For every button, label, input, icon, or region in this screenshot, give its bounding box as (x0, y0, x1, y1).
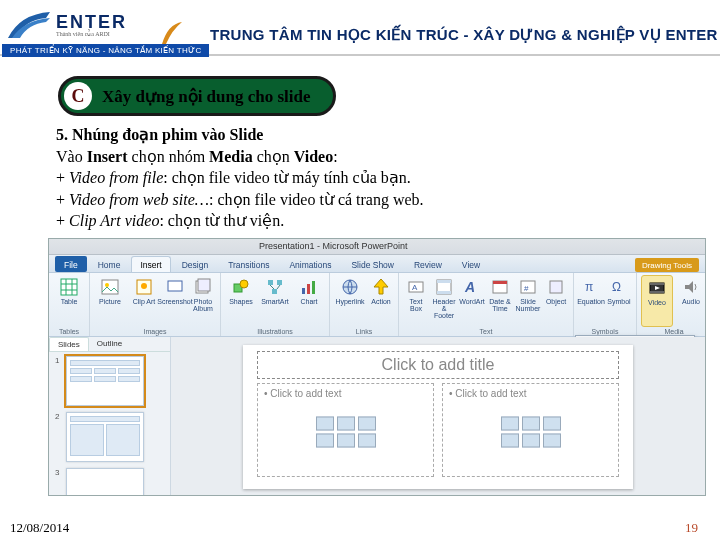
ribbon-group-links: Hyperlink Action Links (330, 273, 399, 336)
lbl: Header & Footer (431, 298, 457, 319)
btn-slidenumber[interactable]: #Slide Number (515, 275, 541, 327)
smartart-icon (265, 277, 285, 297)
equation-icon: π (581, 277, 601, 297)
btn-picture[interactable]: Picture (94, 275, 126, 327)
logo-block: ENTER Thành viên của ARDI (6, 2, 166, 50)
svg-rect-16 (272, 289, 277, 294)
btn-headerfooter[interactable]: Header & Footer (431, 275, 457, 327)
content-placeholder-left[interactable]: • Click to add text (257, 383, 434, 477)
t-video: Video (294, 148, 333, 165)
tab-review[interactable]: Review (405, 256, 451, 272)
lbl: Photo Album (190, 298, 216, 312)
btn-wordart[interactable]: AWordArt (459, 275, 485, 327)
ph-text: Click to add text (270, 388, 341, 399)
svg-text:A: A (464, 279, 475, 295)
tab-view[interactable]: View (453, 256, 489, 272)
btn-symbol[interactable]: ΩSymbol (606, 275, 632, 327)
title-placeholder[interactable]: Click to add title (257, 351, 619, 379)
btn-action[interactable]: Action (368, 275, 394, 327)
picture-icon (100, 277, 120, 297)
screenshot-icon (165, 277, 185, 297)
lbl: Picture (99, 298, 121, 305)
thumb-3[interactable]: 3 (55, 468, 164, 496)
section-pill: C Xây dựng nội dung cho slide (58, 76, 336, 116)
btn-screenshot[interactable]: Screenshot (162, 275, 188, 327)
lbl: Video (648, 299, 666, 306)
action-icon (371, 277, 391, 297)
thumb-2[interactable]: 2 (55, 412, 164, 462)
tab-home[interactable]: Home (89, 256, 130, 272)
t-insert: Insert (87, 148, 128, 165)
wordart-icon: A (462, 277, 482, 297)
group-label: Links (334, 327, 394, 336)
tab-animations[interactable]: Animations (280, 256, 340, 272)
btn-object[interactable]: Object (543, 275, 569, 327)
btn-equation[interactable]: πEquation (578, 275, 604, 327)
content-placeholder-right[interactable]: • Click to add text (442, 383, 619, 477)
btn-hyperlink[interactable]: Hyperlink (334, 275, 366, 327)
btn-table[interactable]: Table (53, 275, 85, 327)
t: : (333, 148, 337, 165)
tab-drawing-tools[interactable]: Drawing Tools (635, 258, 699, 272)
tab-slides[interactable]: Slides (49, 337, 89, 351)
svg-text:π: π (585, 280, 593, 294)
svg-rect-11 (198, 279, 210, 291)
t: : chọn file video từ máy tính của bạn. (163, 169, 411, 186)
ribbon-group-illustrations: Shapes SmartArt Chart Illustrations (221, 273, 330, 336)
t: + (56, 212, 69, 229)
t: + (56, 191, 69, 208)
thumbnail-tabs: Slides Outline (49, 337, 170, 352)
ppt-body: Slides Outline 1 2 3 Click to add title … (49, 337, 705, 496)
btn-textbox[interactable]: AText Box (403, 275, 429, 327)
flare-icon (160, 20, 182, 46)
svg-rect-5 (102, 280, 118, 294)
logo-swoosh-icon (6, 8, 52, 44)
t: : chọn từ thư viện. (159, 212, 284, 229)
lbl: SmartArt (261, 298, 289, 305)
thumbnails: 1 2 3 (49, 352, 170, 496)
slidenumber-icon: # (518, 277, 538, 297)
ribbon-group-text: AText Box Header & Footer AWordArt Date … (399, 273, 574, 336)
datetime-icon (490, 277, 510, 297)
slide-canvas[interactable]: Click to add title • Click to add text •… (243, 345, 633, 489)
tab-insert[interactable]: Insert (131, 256, 170, 272)
svg-rect-28 (493, 281, 507, 284)
t: chọn (253, 148, 294, 165)
clipart-icon (134, 277, 154, 297)
tab-design[interactable]: Design (173, 256, 217, 272)
btn-photoalbum[interactable]: Photo Album (190, 275, 216, 327)
hyperlink-icon (340, 277, 360, 297)
tab-outline[interactable]: Outline (89, 337, 130, 351)
btn-chart[interactable]: Chart (293, 275, 325, 327)
t: Vào (56, 148, 87, 165)
t: + (56, 169, 69, 186)
video-icon (647, 278, 667, 298)
svg-text:#: # (524, 284, 529, 293)
tab-slideshow[interactable]: Slide Show (342, 256, 403, 272)
btn-clipart[interactable]: Clip Art (128, 275, 160, 327)
headerfooter-icon (434, 277, 454, 297)
svg-rect-35 (650, 283, 664, 285)
ppt-window-title: Presentation1 - Microsoft PowerPoint (259, 241, 408, 251)
svg-rect-17 (302, 288, 305, 294)
btn-audio[interactable]: Audio (675, 275, 706, 327)
btn-datetime[interactable]: Date & Time (487, 275, 513, 327)
svg-rect-18 (307, 284, 310, 294)
content-icons (316, 416, 376, 447)
lbl: Hyperlink (335, 298, 364, 305)
tab-file[interactable]: File (55, 256, 87, 272)
lbl: Table (61, 298, 78, 305)
svg-text:Ω: Ω (612, 280, 621, 294)
btn-shapes[interactable]: Shapes (225, 275, 257, 327)
btn-smartart[interactable]: SmartArt (259, 275, 291, 327)
tab-transitions[interactable]: Transitions (219, 256, 278, 272)
thumb-1[interactable]: 1 (55, 356, 164, 406)
svg-rect-36 (650, 291, 664, 293)
body-text: 5. Nhúng đoạn phim vào Slide Vào Insert … (56, 124, 664, 232)
svg-rect-31 (550, 281, 562, 293)
btn-video[interactable]: Video (641, 275, 673, 327)
page-footer: 12/08/2014 19 (0, 520, 720, 536)
ribbon-group-tables: Table Tables (49, 273, 90, 336)
svg-text:A: A (412, 283, 418, 292)
ppt-titlebar: Presentation1 - Microsoft PowerPoint (49, 239, 705, 255)
